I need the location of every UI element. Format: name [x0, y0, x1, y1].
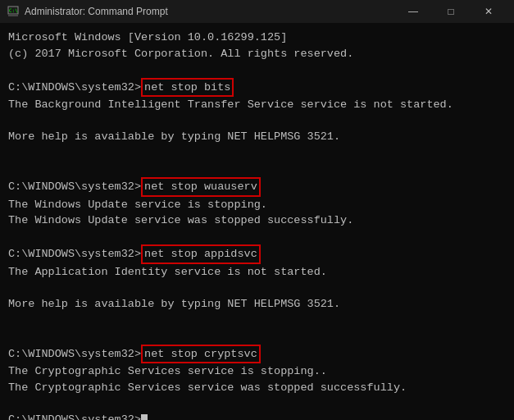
line-crypt-1: The Cryptographic Services service is st…	[8, 363, 506, 380]
line-appid-1: The Application Identity service is not …	[8, 264, 506, 281]
line-bits-1: The Background Intelligent Transfer Serv…	[8, 97, 506, 113]
empty-7	[8, 313, 506, 329]
empty-5	[8, 229, 506, 245]
minimize-button[interactable]: —	[394, 0, 432, 23]
cmd-bits: net stop bits	[141, 78, 234, 98]
window-title: Administrator: Command Prompt	[25, 6, 389, 17]
prompt-wuauserv: C:\WINDOWS\system32>net stop wuauserv	[8, 177, 506, 197]
prompt-text-1: C:\WINDOWS\system32>	[8, 80, 141, 96]
cmd-appidsvc: net stop appidsvc	[141, 244, 261, 264]
prompt-appidsvc: C:\WINDOWS\system32>net stop appidsvc	[8, 244, 506, 264]
prompt-final: C:\WINDOWS\system32>	[8, 412, 506, 420]
empty-6	[8, 280, 506, 296]
svg-text:C:\: C:\	[9, 7, 18, 13]
prompt-bits: C:\WINDOWS\system32>net stop bits	[8, 78, 506, 98]
prompt-text-5: C:\WINDOWS\system32>	[8, 412, 141, 420]
cmd-wuauserv: net stop wuauserv	[141, 177, 261, 197]
command-prompt-window: C:\ Administrator: Command Prompt — □ ✕ …	[0, 0, 514, 420]
prompt-text-4: C:\WINDOWS\system32>	[8, 346, 141, 363]
line-crypt-2: The Cryptographic Services service was s…	[8, 380, 506, 396]
close-button[interactable]: ✕	[470, 0, 507, 23]
line-version: Microsoft Windows [Version 10.0.16299.12…	[8, 30, 506, 46]
window-controls: — □ ✕	[394, 0, 507, 23]
cmd-cryptsvc: net stop cryptsvc	[141, 345, 261, 364]
line-helpmsg-2: More help is available by typing NET HEL…	[8, 296, 506, 313]
prompt-text-2: C:\WINDOWS\system32>	[8, 179, 141, 195]
line-wua-1: The Windows Update service is stopping.	[8, 197, 506, 213]
empty-1	[8, 62, 506, 78]
window-icon: C:\	[7, 5, 20, 18]
title-bar: C:\ Administrator: Command Prompt — □ ✕	[0, 0, 514, 23]
empty-3	[8, 145, 506, 162]
line-wua-2: The Windows Update service was stopped s…	[8, 212, 506, 229]
cursor	[141, 414, 148, 420]
console-area[interactable]: Microsoft Windows [Version 10.0.16299.12…	[0, 23, 514, 420]
empty-4	[8, 162, 506, 178]
prompt-cryptsvc: C:\WINDOWS\system32>net stop cryptsvc	[8, 345, 506, 364]
maximize-button[interactable]: □	[432, 0, 470, 23]
empty-2	[8, 113, 506, 130]
svg-rect-1	[8, 14, 18, 16]
line-copyright: (c) 2017 Microsoft Corporation. All righ…	[8, 46, 506, 62]
empty-8	[8, 328, 506, 345]
line-helpmsg-1: More help is available by typing NET HEL…	[8, 129, 506, 145]
prompt-text-3: C:\WINDOWS\system32>	[8, 246, 141, 262]
empty-9	[8, 395, 506, 412]
